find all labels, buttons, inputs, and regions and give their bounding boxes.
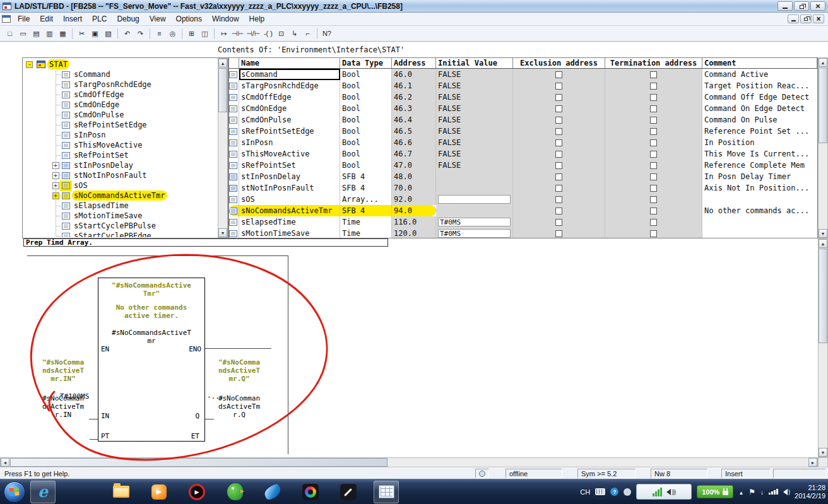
tree-item-sCmdOnPulse[interactable]: sCmdOnPulse <box>23 110 217 120</box>
termination-checkbox[interactable] <box>650 230 657 237</box>
exclusion-checkbox[interactable] <box>555 185 562 192</box>
tree-item-sCommand[interactable]: sCommand <box>23 69 217 79</box>
mdi-child-icon[interactable] <box>2 15 11 23</box>
exclusion-checkbox[interactable] <box>555 162 562 169</box>
jump-label-icon[interactable]: ↦ <box>217 27 230 40</box>
var-comment[interactable] <box>702 216 817 228</box>
termination-checkbox[interactable] <box>650 151 657 158</box>
table-row-sElapsedTime[interactable]: sElapsedTimeTime116.0T#0MS <box>229 216 817 228</box>
exclusion-checkbox[interactable] <box>555 105 562 112</box>
exclusion-checkbox[interactable] <box>555 208 562 214</box>
fbd-horizontal-scrollbar[interactable] <box>0 457 818 467</box>
var-name[interactable]: sCmdOffEdge <box>239 91 340 103</box>
var-name[interactable]: sThisMoveActive <box>239 148 340 160</box>
window-split-icon[interactable]: ◫ <box>198 27 211 40</box>
var-data-type[interactable]: Array... <box>340 194 392 205</box>
table-row-sCmdOnEdge[interactable]: sCmdOnEdgeBool46.3FALSECommand On Edge D… <box>229 103 817 114</box>
tree-item-sRefPointSetEdge[interactable]: sRefPointSetEdge <box>23 120 217 130</box>
tree-item-stNotInPosnFault[interactable]: stNotInPosnFault <box>23 170 217 180</box>
table-scrollbar[interactable] <box>818 57 828 238</box>
termination-checkbox[interactable] <box>650 128 657 135</box>
close-button[interactable] <box>810 1 825 11</box>
var-name[interactable]: sCommand <box>239 69 340 80</box>
tree-item-sElapsedTime[interactable]: sElapsedTime <box>23 201 217 211</box>
exclusion-checkbox[interactable] <box>555 71 562 78</box>
mdi-close-button[interactable] <box>813 15 824 23</box>
var-initial-value[interactable]: FALSE <box>436 103 513 114</box>
contact-no-icon[interactable]: ⊣⊢ <box>230 27 245 40</box>
tree-item-sCmdOnEdge[interactable]: sCmdOnEdge <box>23 100 217 110</box>
var-data-type[interactable]: Bool <box>340 69 392 80</box>
undo-icon[interactable]: ↶ <box>121 27 134 40</box>
scroll-down-button[interactable] <box>819 448 827 457</box>
tree-scrollbar[interactable] <box>218 58 228 238</box>
exclusion-checkbox[interactable] <box>555 94 562 101</box>
new-network-icon[interactable]: ⊞ <box>185 27 198 40</box>
monitor-icon[interactable]: ◎ <box>166 27 179 40</box>
var-name[interactable]: sCmdOnEdge <box>239 103 340 114</box>
scroll-up-button[interactable] <box>819 239 827 248</box>
table-row-sCommand[interactable]: sCommandBool46.0FALSECommand Active <box>229 69 817 80</box>
taskbar-app-media-player-red[interactable] <box>184 481 210 503</box>
var-data-type[interactable]: Bool <box>340 103 392 114</box>
taskbar-app-parrot-app[interactable] <box>222 481 247 503</box>
tree-item-sRefPointSet[interactable]: sRefPointSet <box>23 150 217 160</box>
termination-checkbox[interactable] <box>650 162 657 169</box>
fbd-editor[interactable]: Prep Timd Array. "#sNoCommandsActive Tmr… <box>0 238 818 457</box>
menu-debug[interactable]: Debug <box>112 13 144 25</box>
taskbar-clock[interactable]: 21:28 2014/2/19 <box>795 484 825 500</box>
table-row-sTargPosnRchdEdge[interactable]: sTargPosnRchdEdgeBool46.1FALSETarget Pos… <box>229 80 817 91</box>
var-name[interactable]: sRefPointSet <box>239 160 340 171</box>
table-row-stInPosnDelay[interactable]: stInPosnDelaySFB 448.0In Posn Delay Time… <box>229 171 817 182</box>
tree-item-sInPosn[interactable]: sInPosn <box>23 130 217 140</box>
var-comment[interactable]: Command Active <box>702 69 817 80</box>
termination-checkbox[interactable] <box>650 139 657 146</box>
exclusion-checkbox[interactable] <box>555 173 562 180</box>
copy-icon[interactable]: ▣ <box>88 27 102 40</box>
menu-window[interactable]: Window <box>207 13 244 25</box>
table-row-sCmdOnPulse[interactable]: sCmdOnPulseBool46.4FALSECommand On Pulse <box>229 114 817 126</box>
tree-item-STAT[interactable]: STAT <box>23 59 217 69</box>
symbol-info-icon[interactable]: ≡ <box>153 27 166 40</box>
scroll-left-button[interactable] <box>1 458 9 467</box>
var-data-type[interactable]: Time <box>340 228 392 238</box>
table-row-sInPosn[interactable]: sInPosnBool46.6FALSEIn Position <box>229 137 817 148</box>
paste-icon[interactable]: ▧ <box>102 27 115 40</box>
var-initial-value[interactable]: FALSE <box>436 114 513 126</box>
scroll-down-button[interactable] <box>819 229 827 238</box>
table-row-sNoCommandsActiveTmr[interactable]: sNoCommandsActiveTmrSFB 494.0No other co… <box>229 205 817 216</box>
update-icon[interactable] <box>760 488 764 496</box>
var-name[interactable]: sCmdOnPulse <box>239 114 340 126</box>
exclusion-checkbox[interactable] <box>555 139 562 146</box>
termination-checkbox[interactable] <box>650 117 657 124</box>
collapse-icon[interactable] <box>26 61 33 68</box>
fbd-vertical-scrollbar[interactable] <box>818 238 828 457</box>
redo-icon[interactable]: ↷ <box>134 27 147 40</box>
audio-flyout[interactable]: ))) <box>636 484 692 500</box>
tree-item-sOS[interactable]: sOS <box>23 180 217 190</box>
exclusion-checkbox[interactable] <box>555 128 562 135</box>
var-data-type[interactable]: Bool <box>340 114 392 126</box>
var-initial-value[interactable] <box>436 205 513 216</box>
exclusion-checkbox[interactable] <box>555 196 562 203</box>
taskbar-app-step7-editor[interactable] <box>374 481 399 503</box>
tree-item-sThisMoveActive[interactable]: sThisMoveActive <box>23 140 217 150</box>
network-signal-icon[interactable] <box>769 489 778 495</box>
var-initial-value[interactable]: FALSE <box>436 137 513 148</box>
var-name[interactable]: sMotionTimeSave <box>239 228 340 238</box>
taskbar-app-ie[interactable] <box>30 481 56 503</box>
tree-item-sCmdOffEdge[interactable]: sCmdOffEdge <box>23 90 217 100</box>
var-name[interactable]: stNotInPosnFault <box>239 182 340 194</box>
var-name[interactable]: sRefPointSetEdge <box>239 126 340 137</box>
termination-checkbox[interactable] <box>650 83 657 90</box>
var-initial-value[interactable]: FALSE <box>436 80 513 91</box>
var-data-type[interactable]: Bool <box>340 148 392 160</box>
var-data-type[interactable]: SFB 4 <box>340 171 392 182</box>
var-comment[interactable]: Target Position Reac... <box>702 80 817 91</box>
exclusion-checkbox[interactable] <box>555 219 562 226</box>
var-data-type[interactable]: Bool <box>340 80 392 91</box>
exclusion-checkbox[interactable] <box>555 230 562 237</box>
mdi-restore-button[interactable] <box>800 15 812 23</box>
var-name[interactable]: sTargPosnRchdEdge <box>239 80 340 91</box>
var-comment[interactable]: This Move Is Current... <box>702 148 817 160</box>
